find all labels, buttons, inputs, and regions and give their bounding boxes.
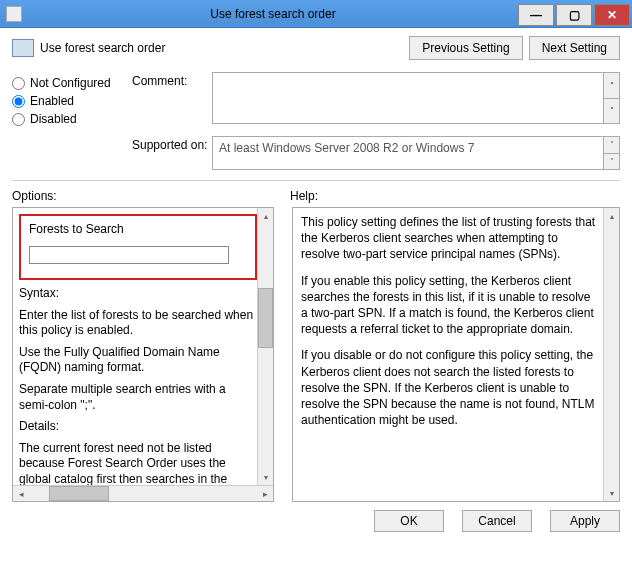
syntax-heading: Syntax:: [19, 286, 257, 302]
scroll-up-icon[interactable]: ▴: [258, 208, 273, 224]
supported-on-text: At least Windows Server 2008 R2 or Windo…: [212, 136, 620, 170]
policy-name: Use forest search order: [40, 41, 403, 55]
help-scroll-up-icon[interactable]: ▴: [604, 208, 619, 224]
scroll-down-icon[interactable]: ▾: [258, 469, 273, 485]
options-panel: Forests to Search Syntax: Enter the list…: [12, 207, 274, 502]
help-paragraph-1: This policy setting defines the list of …: [301, 214, 599, 263]
syntax-line-1: Enter the list of forests to be searched…: [19, 308, 257, 339]
help-panel: This policy setting defines the list of …: [292, 207, 620, 502]
forests-to-search-input[interactable]: [29, 246, 229, 264]
supported-scroll-up[interactable]: ˄: [603, 137, 619, 153]
hscroll-thumb[interactable]: [49, 486, 109, 501]
radio-disabled[interactable]: Disabled: [12, 112, 132, 126]
radio-enabled[interactable]: Enabled: [12, 94, 132, 108]
options-vertical-scrollbar[interactable]: ▴ ▾: [257, 208, 273, 485]
forests-to-search-label: Forests to Search: [29, 222, 247, 236]
comment-label: Comment:: [132, 72, 212, 88]
title-bar: Use forest search order — ▢ ✕: [0, 0, 632, 28]
help-scroll-down-icon[interactable]: ▾: [604, 485, 619, 501]
supported-scroll-down[interactable]: ˅: [603, 153, 619, 170]
comment-scroll-down[interactable]: ˅: [603, 98, 619, 124]
forests-to-search-field-group: Forests to Search: [19, 214, 257, 280]
radio-not-configured[interactable]: Not Configured: [12, 76, 132, 90]
options-label: Options:: [12, 189, 290, 203]
window-icon: [6, 6, 22, 22]
options-horizontal-scrollbar[interactable]: ◂ ▸: [13, 485, 273, 501]
ok-button[interactable]: OK: [374, 510, 444, 532]
help-paragraph-3: If you disable or do not configure this …: [301, 347, 599, 428]
syntax-line-2: Use the Fully Qualified Domain Name (FQD…: [19, 345, 257, 376]
supported-on-label: Supported on:: [132, 136, 212, 152]
previous-setting-button[interactable]: Previous Setting: [409, 36, 522, 60]
dialog-footer: OK Cancel Apply: [0, 502, 632, 540]
comment-textarea[interactable]: ˄ ˅: [212, 72, 620, 124]
help-label: Help:: [290, 189, 318, 203]
scroll-left-icon[interactable]: ◂: [13, 486, 29, 501]
comment-scroll-up[interactable]: ˄: [603, 73, 619, 98]
scroll-thumb[interactable]: [258, 288, 273, 348]
scroll-right-icon[interactable]: ▸: [257, 486, 273, 501]
syntax-line-3: Separate multiple search entries with a …: [19, 382, 257, 413]
help-vertical-scrollbar[interactable]: ▴ ▾: [603, 208, 619, 501]
maximize-button[interactable]: ▢: [556, 4, 592, 26]
window-title: Use forest search order: [28, 7, 518, 21]
details-heading: Details:: [19, 419, 257, 435]
help-paragraph-2: If you enable this policy setting, the K…: [301, 273, 599, 338]
next-setting-button[interactable]: Next Setting: [529, 36, 620, 60]
apply-button[interactable]: Apply: [550, 510, 620, 532]
close-button[interactable]: ✕: [594, 4, 630, 26]
cancel-button[interactable]: Cancel: [462, 510, 532, 532]
minimize-button[interactable]: —: [518, 4, 554, 26]
policy-icon: [12, 39, 34, 57]
